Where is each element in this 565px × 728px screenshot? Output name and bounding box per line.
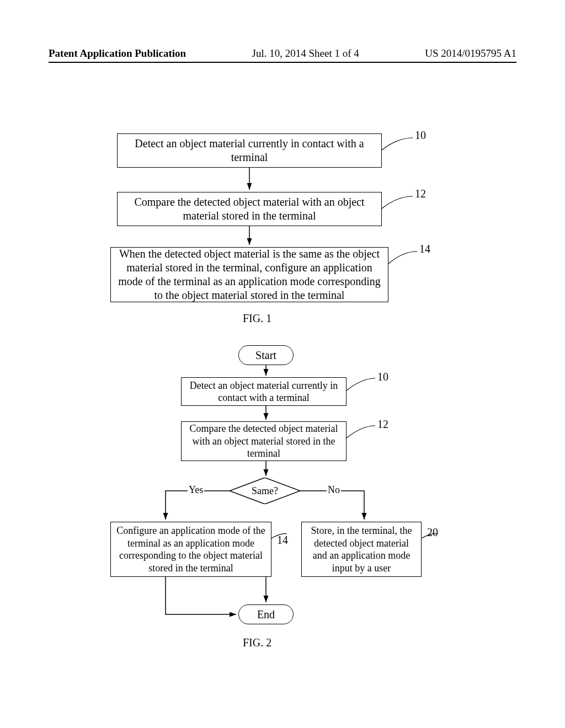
fig1-step-12-text: Compare the detected object material wit… bbox=[122, 195, 377, 223]
fig2-start: Start bbox=[238, 345, 294, 365]
fig1-step-12: Compare the detected object material wit… bbox=[117, 192, 382, 226]
header-date-sheet: Jul. 10, 2014 Sheet 1 of 4 bbox=[252, 47, 359, 60]
fig2-end-text: End bbox=[257, 608, 275, 622]
fig1-step-10-number: 10 bbox=[415, 129, 426, 142]
fig2-step-20-number: 20 bbox=[427, 526, 438, 539]
fig2-end: End bbox=[238, 604, 294, 624]
fig2-step-10-text: Detect an object material currently in c… bbox=[186, 379, 342, 404]
fig2-step-14: Configure an application mode of the ter… bbox=[110, 522, 271, 577]
fig1-step-12-number: 12 bbox=[415, 188, 426, 200]
header-patent-number: US 2014/0195795 A1 bbox=[425, 47, 516, 60]
fig2-decision-text: Same? bbox=[230, 478, 300, 504]
fig1-step-14-number: 14 bbox=[419, 243, 430, 255]
fig1-step-14-text: When the detected object material is the… bbox=[115, 247, 383, 302]
fig2-caption: FIG. 2 bbox=[243, 636, 271, 649]
fig2-step-14-text: Configure an application mode of the ter… bbox=[115, 524, 266, 574]
fig2-step-12: Compare the detected object material wit… bbox=[181, 421, 347, 461]
fig2-branch-no: No bbox=[327, 484, 341, 496]
fig2-step-12-number: 12 bbox=[377, 418, 388, 431]
fig2-step-10-number: 10 bbox=[377, 371, 388, 383]
page-header: Patent Application Publication Jul. 10, … bbox=[49, 47, 516, 60]
fig2-branch-yes: Yes bbox=[188, 484, 204, 496]
fig2-step-14-number: 14 bbox=[277, 534, 288, 547]
fig1-step-14: When the detected object material is the… bbox=[110, 247, 388, 302]
fig1-step-10-text: Detect an object material currently in c… bbox=[122, 137, 377, 164]
fig2-start-text: Start bbox=[255, 349, 276, 362]
fig2-step-10: Detect an object material currently in c… bbox=[181, 377, 347, 406]
fig1-caption: FIG. 1 bbox=[243, 312, 271, 325]
fig2-step-20: Store, in the terminal, the detected obj… bbox=[301, 522, 422, 577]
fig2-step-12-text: Compare the detected object material wit… bbox=[186, 422, 342, 460]
fig2-step-20-text: Store, in the terminal, the detected obj… bbox=[306, 524, 417, 574]
header-divider bbox=[49, 62, 516, 63]
fig1-step-10: Detect an object material currently in c… bbox=[117, 133, 382, 168]
fig2-decision-same: Same? bbox=[230, 478, 300, 504]
header-publication: Patent Application Publication bbox=[49, 47, 186, 60]
